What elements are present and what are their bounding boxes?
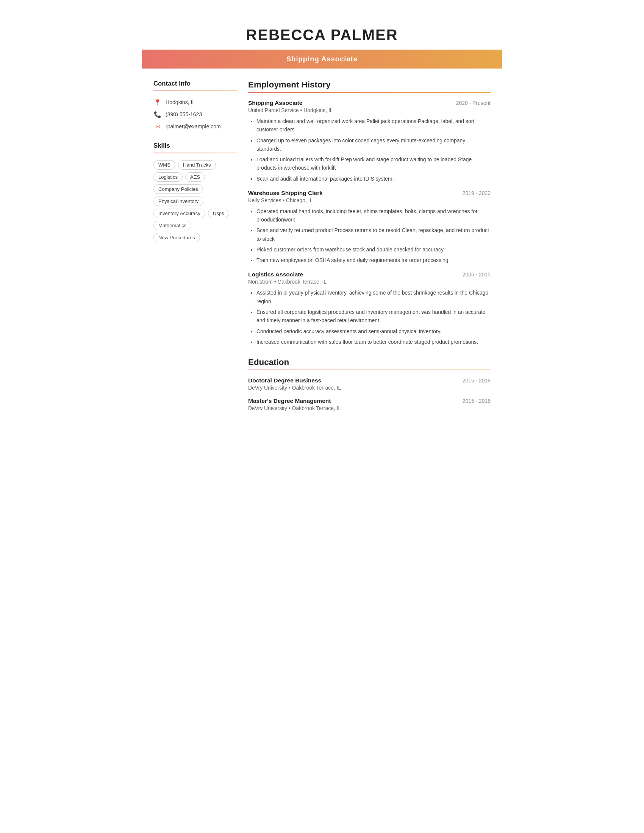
bullet-item: Scan and audit all international package…: [256, 175, 491, 183]
job-header: Shipping Associate2020 - Present: [248, 100, 491, 106]
bullet-item: Increased communication with sales floor…: [256, 338, 491, 346]
job-dates: 2019 - 2020: [462, 190, 491, 196]
skill-tag: AES: [185, 172, 205, 182]
location-icon: 📍: [153, 98, 162, 106]
education-section: Education Doctoral Degree Business2016 -…: [248, 357, 491, 411]
title-bar: Shipping Associate: [142, 50, 502, 69]
bullet-item: Conducted periodic accuracy assessments …: [256, 327, 491, 336]
job-header: Warehouse Shipping Clerk2019 - 2020: [248, 190, 491, 196]
candidate-name: REBECCA PALMER: [142, 26, 502, 43]
skills-divider: [153, 153, 237, 153]
bullet-item: Ensured all corporate logistics procedur…: [256, 308, 491, 325]
skill-tag: WMS: [153, 160, 175, 170]
skills-tags: WMSHand TrucksLogisticsAESCompany Polici…: [153, 160, 237, 242]
degree-title: Master's Degree Management: [248, 397, 331, 404]
bullet-item: Train new employees on OSHA safety and d…: [256, 256, 491, 264]
job-bullets: Assisted in bi-yearly physical inventory…: [248, 288, 491, 346]
phone-icon: 📞: [153, 110, 162, 119]
contact-phone: 📞 (890) 555-1623: [153, 110, 237, 119]
skill-tag: Hand Trucks: [178, 160, 216, 170]
skill-tag: New Procedures: [153, 233, 200, 242]
bullet-item: Load and unload trailers with forklift P…: [256, 155, 491, 172]
main-layout: Contact Info 📍 Hodgkins, IL 📞 (890) 555-…: [142, 69, 502, 423]
jobs-container: Shipping Associate2020 - PresentUnited P…: [248, 100, 491, 346]
degree-title: Doctoral Degree Business: [248, 377, 321, 384]
job-company: Kelly Services • Chicago, IL: [248, 197, 491, 203]
bullet-item: Charged up to eleven packages into color…: [256, 136, 491, 153]
name-section: REBECCA PALMER: [142, 15, 502, 43]
job-header: Logistics Associate2005 - 2015: [248, 271, 491, 278]
job-title: Shipping Associate: [248, 100, 302, 106]
job-company: United Parcel Service • Hodgkins, IL: [248, 107, 491, 113]
email-icon: ✉: [153, 122, 162, 130]
job-entry: Logistics Associate2005 - 2015Nordstrom …: [248, 271, 491, 346]
skills-section-title: Skills: [153, 142, 237, 150]
education-dates: 2015 - 2016: [462, 398, 491, 404]
employment-section: Employment History Shipping Associate202…: [248, 80, 491, 346]
education-section-title: Education: [248, 357, 491, 367]
bullet-item: Scan and verify returned product Process…: [256, 226, 491, 243]
bullet-item: Operated manual hand tools, including fe…: [256, 207, 491, 224]
bullet-item: Assisted in bi-yearly physical inventory…: [256, 288, 491, 306]
job-bullets: Maintain a clean and well organized work…: [248, 117, 491, 183]
phone-text: (890) 555-1623: [166, 111, 202, 117]
contact-section-title: Contact Info: [153, 80, 237, 87]
job-bullets: Operated manual hand tools, including fe…: [248, 207, 491, 265]
contact-location: 📍 Hodgkins, IL: [153, 98, 237, 106]
location-text: Hodgkins, IL: [166, 99, 195, 105]
education-dates: 2016 - 2019: [462, 378, 491, 384]
job-entry: Shipping Associate2020 - PresentUnited P…: [248, 100, 491, 183]
job-title: Logistics Associate: [248, 271, 303, 278]
education-container: Doctoral Degree Business2016 - 2019DeVry…: [248, 377, 491, 411]
education-entry: Master's Degree Management2015 - 2016DeV…: [248, 397, 491, 411]
sidebar: Contact Info 📍 Hodgkins, IL 📞 (890) 555-…: [153, 80, 237, 423]
education-divider: [248, 370, 491, 370]
education-header: Master's Degree Management2015 - 2016: [248, 397, 491, 404]
main-content: Employment History Shipping Associate202…: [248, 80, 491, 423]
school-name: DeVry University • Oakbrook Terrace, IL: [248, 405, 491, 411]
contact-email: ✉ rpalmer@example.com: [153, 122, 237, 130]
education-header: Doctoral Degree Business2016 - 2019: [248, 377, 491, 384]
employment-divider: [248, 92, 491, 93]
job-entry: Warehouse Shipping Clerk2019 - 2020Kelly…: [248, 190, 491, 265]
skill-tag: Inventory Accuracy: [153, 209, 205, 218]
skill-tag: Logistics: [153, 172, 183, 182]
employment-section-title: Employment History: [248, 80, 491, 90]
job-dates: 2020 - Present: [456, 100, 491, 106]
job-company: Nordstrom • Oakbrook Terrace, IL: [248, 279, 491, 285]
job-title: Warehouse Shipping Clerk: [248, 190, 323, 196]
school-name: DeVry University • Oakbrook Terrace, IL: [248, 385, 491, 391]
candidate-title: Shipping Associate: [287, 55, 357, 63]
contact-section: Contact Info 📍 Hodgkins, IL 📞 (890) 555-…: [153, 80, 237, 130]
email-text: rpalmer@example.com: [166, 124, 221, 130]
skills-section: Skills WMSHand TrucksLogisticsAESCompany…: [153, 142, 237, 242]
bullet-item: Maintain a clean and well organized work…: [256, 117, 491, 134]
job-dates: 2005 - 2015: [462, 272, 491, 278]
skill-tag: Mathematics: [153, 221, 191, 230]
bullet-item: Picked customer orders from warehouse st…: [256, 245, 491, 254]
education-entry: Doctoral Degree Business2016 - 2019DeVry…: [248, 377, 491, 391]
skill-tag: Company Policies: [153, 184, 203, 194]
skill-tag: Physical Inventory: [153, 196, 203, 206]
contact-divider: [153, 90, 237, 91]
skill-tag: Usps: [208, 209, 229, 218]
